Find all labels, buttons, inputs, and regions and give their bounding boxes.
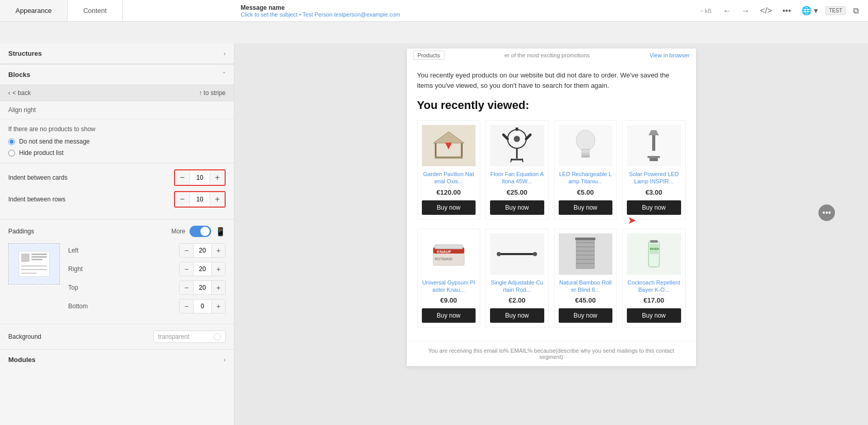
- redo-button[interactable]: →: [738, 4, 753, 18]
- indent-cards-increment[interactable]: +: [210, 170, 225, 185]
- buy-btn-1[interactable]: Buy now: [422, 200, 476, 215]
- padding-right-increment[interactable]: +: [212, 262, 225, 276]
- svg-point-30: [533, 252, 537, 256]
- padding-bottom-input-group: − +: [179, 299, 226, 313]
- subject-link[interactable]: Click to set the subject: [241, 11, 297, 18]
- product-price-1: €120.00: [422, 188, 476, 196]
- structures-chevron-icon: ›: [224, 50, 226, 57]
- tab-appearance-label: Appearance: [15, 7, 52, 14]
- paddings-row: Paddings More 📱: [8, 226, 226, 237]
- tab-content-label: Content: [83, 7, 107, 14]
- svg-rect-31: [576, 239, 594, 269]
- to-stripe-label: ↑ to stripe: [199, 89, 226, 97]
- structures-label: Structures: [8, 50, 42, 57]
- product-name-7: Natural Bamboo Roll er Blind 6...: [559, 279, 613, 294]
- blocks-label: Blocks: [8, 71, 30, 78]
- back-icon: ‹: [8, 89, 10, 97]
- undo-button[interactable]: ←: [720, 4, 734, 18]
- buy-btn-4[interactable]: Buy now: [627, 200, 681, 215]
- radio-hide-list[interactable]: Hide product list: [8, 149, 226, 156]
- back-stripe-row: ‹ < back ↑ to stripe: [0, 85, 234, 101]
- padding-top-decrement[interactable]: −: [180, 281, 193, 294]
- blocks-section-header[interactable]: Blocks ˅: [0, 64, 234, 85]
- structures-section-header[interactable]: Structures ›: [0, 43, 234, 64]
- test-button[interactable]: TEST: [825, 6, 846, 15]
- buy-btn-3[interactable]: Buy now: [559, 200, 613, 215]
- padding-top-input[interactable]: [193, 281, 212, 294]
- more-button[interactable]: •••: [779, 4, 794, 18]
- background-input[interactable]: [158, 333, 211, 340]
- email-container: Products er of the most exciting promoti…: [407, 49, 696, 366]
- buy-btn-5[interactable]: Buy now: [422, 308, 476, 323]
- padding-bottom-input[interactable]: [193, 300, 212, 313]
- recipient: Test Person testperson@example.com: [303, 11, 400, 18]
- product-card-3: LED Rechargeable L amp Titaniu... €5.00 …: [554, 120, 618, 219]
- code-button[interactable]: </>: [757, 4, 775, 18]
- view-in-browser-link[interactable]: View in browser: [650, 52, 689, 58]
- lamp-svg: [643, 128, 664, 164]
- padding-preview-inner: [19, 251, 50, 277]
- tab-content[interactable]: Content: [68, 0, 123, 21]
- padding-right-input[interactable]: [193, 262, 212, 276]
- radio-hide-list-label: Hide product list: [19, 149, 64, 156]
- padding-right-decrement[interactable]: −: [180, 262, 193, 276]
- buy-btn-7[interactable]: Buy now: [559, 308, 613, 323]
- svg-rect-21: [648, 156, 660, 158]
- floating-more-button[interactable]: •••: [818, 204, 835, 221]
- indent-rows-decrement[interactable]: −: [175, 192, 190, 207]
- no-products-radio-group: Do not send the message Hide product lis…: [8, 138, 226, 156]
- arrow-right-icon: ➤: [628, 215, 636, 226]
- padding-top-input-group: − +: [179, 280, 226, 295]
- bulb-svg: [573, 128, 598, 164]
- language-button[interactable]: 🌐 ▾: [798, 4, 821, 18]
- svg-rect-38: [575, 238, 595, 240]
- background-color-circle[interactable]: [214, 333, 221, 340]
- indent-cards-input[interactable]: [190, 170, 210, 185]
- products-badge: Products: [413, 51, 445, 60]
- radio-do-not-send[interactable]: Do not send the message: [8, 138, 226, 145]
- modules-section-header[interactable]: Modules ›: [0, 350, 234, 370]
- padding-left-input[interactable]: [193, 244, 212, 257]
- indent-section: Indent between cards − + Indent between …: [0, 163, 234, 219]
- indent-rows-input-group: − +: [174, 191, 226, 208]
- padding-bottom-decrement[interactable]: −: [180, 300, 193, 313]
- indent-rows-increment[interactable]: +: [210, 192, 225, 207]
- back-button[interactable]: ‹ < back: [8, 89, 31, 97]
- background-input-wrap[interactable]: [153, 330, 226, 343]
- mobile-icon[interactable]: 📱: [215, 227, 226, 237]
- buy-btn-8[interactable]: Buy now: [627, 308, 681, 323]
- padding-right-input-group: − +: [179, 262, 226, 276]
- buy-btn-2[interactable]: Buy now: [490, 200, 544, 215]
- product-img-8: BAYER: [627, 233, 681, 275]
- svg-rect-16: [582, 149, 589, 153]
- padding-left-decrement[interactable]: −: [180, 244, 193, 257]
- padding-top-row: Top − +: [68, 280, 226, 295]
- paddings-toggle[interactable]: [190, 226, 211, 237]
- padding-left-row: Left − +: [68, 243, 226, 258]
- buy-btn-6[interactable]: Buy now: [490, 308, 544, 323]
- padding-bottom-increment[interactable]: +: [212, 300, 225, 313]
- blocks-chevron-icon: ˅: [223, 71, 226, 78]
- svg-point-15: [576, 130, 595, 151]
- paddings-label: Paddings: [8, 228, 34, 235]
- product-price-3: €5.00: [559, 188, 613, 196]
- message-subject[interactable]: Click to set the subject • Test Person t…: [241, 11, 696, 18]
- product-price-4: €3.00: [627, 188, 681, 196]
- back-label: < back: [12, 89, 31, 97]
- padding-top-increment[interactable]: +: [212, 281, 225, 294]
- indent-cards-decrement[interactable]: −: [175, 170, 190, 185]
- radio-hide-list-input[interactable]: [8, 150, 15, 156]
- svg-rect-42: [650, 240, 658, 243]
- svg-text:BAYER: BAYER: [650, 247, 659, 250]
- to-stripe-button[interactable]: ↑ to stripe: [199, 89, 226, 97]
- radio-do-not-send-input[interactable]: [8, 138, 15, 145]
- padding-right-row: Right − +: [68, 262, 226, 276]
- layout-button[interactable]: ⧉: [850, 4, 862, 18]
- separator: •: [299, 11, 303, 18]
- indent-rows-input[interactable]: [190, 192, 210, 207]
- padding-left-increment[interactable]: +: [212, 244, 225, 257]
- svg-rect-3: [435, 156, 463, 159]
- tab-appearance[interactable]: Appearance: [0, 0, 68, 21]
- left-panel: Structures › Blocks ˅ ‹ < back ↑ to stri…: [0, 43, 234, 425]
- email-body: You recently eyed products on our websit…: [407, 62, 696, 341]
